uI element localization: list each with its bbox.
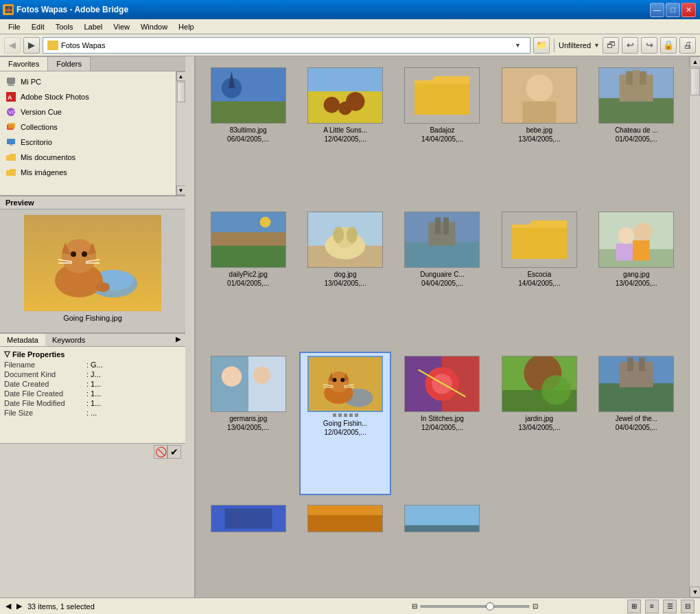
redo-button[interactable]: ↪ — [641, 37, 657, 54]
tab-favorites[interactable]: Favorites — [0, 56, 48, 71]
datefilecreated-value: : 1... — [86, 389, 181, 398]
metadata-doctype-row: Document Kind : J... — [0, 369, 185, 379]
thumb-bebe[interactable]: bebe.jpg 13/04/2005,... — [493, 63, 585, 202]
menu-help[interactable]: Help — [173, 21, 200, 32]
thumb-label-dog: dog.jpg 13/04/2005,... — [325, 270, 366, 288]
detail-view-button[interactable]: ☰ — [663, 600, 677, 613]
thumb-partial1[interactable] — [202, 501, 294, 591]
left-scroll-track — [176, 81, 186, 185]
slider-track[interactable] — [420, 605, 530, 608]
preview-content: Going Fishing.jpg — [0, 209, 185, 328]
svg-rect-8 — [8, 123, 15, 128]
thumb-dailypic2[interactable]: dailyPic2.jpg 01/04/2005,... — [202, 207, 294, 346]
address-text[interactable]: Fotos Wapas — [61, 41, 512, 49]
browse-button[interactable]: 📁 — [533, 37, 550, 54]
svg-point-60 — [618, 227, 635, 244]
datefilecreated-label: Date File Created — [4, 389, 86, 398]
menu-tools[interactable]: Tools — [50, 21, 79, 32]
menu-window[interactable]: Window — [135, 21, 173, 32]
svg-point-46 — [259, 217, 270, 228]
svg-rect-40 — [627, 71, 633, 85]
metadata-panel: Metadata Keywords ▶ ▽ File Properties Fi… — [0, 332, 185, 460]
thumb-escocia[interactable]: Escocia 14/04/2005,... — [493, 207, 585, 346]
thumb-partial2[interactable] — [299, 501, 390, 591]
minimize-button[interactable]: — — [650, 3, 664, 17]
folder-icon — [47, 41, 58, 50]
left-scroll-thumb[interactable] — [177, 82, 185, 102]
menu-edit[interactable]: Edit — [26, 21, 50, 32]
file-properties-header[interactable]: ▽ File Properties — [0, 348, 185, 360]
svg-point-18 — [71, 251, 76, 257]
svg-point-67 — [221, 366, 241, 386]
scroll-thumb[interactable] — [690, 68, 700, 95]
metadata-datecreated-row: Date Created : 1... — [0, 379, 185, 389]
thumb-badajoz[interactable]: Badajoz 14/04/2005,... — [397, 63, 488, 202]
left-scroll-up[interactable]: ▲ — [176, 71, 186, 81]
undo-button[interactable]: ↩ — [622, 37, 638, 54]
thumb-gang[interactable]: gang.jpg 13/04/2005,... — [591, 207, 682, 346]
svg-point-35 — [526, 75, 552, 102]
menu-view[interactable]: View — [108, 21, 135, 32]
thumb-img-escocia — [502, 212, 577, 268]
thumb-germans[interactable]: germans.jpg 13/04/2005,... — [202, 352, 294, 495]
thumb-goingfishing[interactable]: Going Fishin... 12/04/2005,... — [299, 352, 390, 495]
window-title: Fotos Wapas - Adobe Bridge — [16, 5, 128, 14]
thumb-jewel[interactable]: Jewel of the... 04/04/2005,... — [591, 352, 682, 495]
back-button[interactable]: ◀ — [4, 37, 21, 54]
svg-rect-41 — [640, 71, 646, 85]
fav-item-misdoc[interactable]: Mis documentos — [0, 150, 176, 165]
thumb-img-jewel — [598, 356, 674, 412]
print-button[interactable]: 🖨 — [679, 37, 696, 54]
fav-item-mipc[interactable]: Mi PC — [0, 74, 176, 89]
thumb-partial3[interactable] — [397, 501, 488, 591]
forward-button[interactable]: ▶ — [23, 37, 40, 54]
thumb-dog[interactable]: dog.jpg 13/04/2005,... — [299, 207, 390, 346]
thumb-dunguaire[interactable]: Dunguaire C... 04/04/2005,... — [397, 207, 488, 346]
thumb-label-bebe: bebe.jpg 13/04/2005,... — [518, 126, 560, 144]
thumb-83ultimo[interactable]: 83ultimo.jpg 06/04/2005,... — [202, 63, 294, 202]
svg-rect-99 — [405, 505, 479, 525]
fav-item-adobe[interactable]: A Adobe Stock Photos — [0, 89, 176, 104]
fav-item-misimg[interactable]: Mis imágenes — [0, 165, 176, 180]
scroll-down-button[interactable]: ▼ — [690, 587, 700, 598]
grid-view-button[interactable]: ⊞ — [627, 600, 641, 613]
tab-keywords[interactable]: Keywords — [45, 334, 92, 346]
lock-button[interactable]: 🔒 — [660, 37, 677, 54]
scroll-up-button[interactable]: ▲ — [690, 56, 700, 67]
list-view-button[interactable]: ≡ — [645, 600, 659, 613]
left-scroll-down[interactable]: ▼ — [176, 185, 186, 195]
tab-folders[interactable]: Folders — [48, 56, 91, 71]
tab-metadata[interactable]: Metadata — [0, 334, 45, 346]
nav-forward-icon[interactable]: ▶ — [16, 602, 22, 611]
metadata-reject-button[interactable]: 🚫 — [154, 445, 167, 459]
nav-back-icon[interactable]: ◀ — [5, 602, 11, 611]
thumb-img-germans — [211, 356, 286, 412]
svg-point-19 — [82, 251, 87, 257]
fav-item-versioncue[interactable]: VC Version Cue — [0, 104, 176, 120]
fav-item-escritorio[interactable]: Escritorio — [0, 135, 176, 150]
slider-thumb[interactable] — [486, 602, 494, 611]
filter-dropdown-icon[interactable]: ▼ — [594, 42, 600, 49]
svg-rect-45 — [211, 246, 285, 267]
menu-file[interactable]: File — [3, 21, 26, 32]
svg-point-52 — [347, 227, 358, 243]
address-dropdown-icon[interactable]: ▼ — [515, 42, 526, 49]
svg-point-51 — [333, 227, 344, 243]
toolbar-separator — [554, 38, 555, 52]
thumb-jardin[interactable]: jardin.jpg 13/04/2005,... — [493, 352, 585, 495]
versioncue-icon: VC — [5, 106, 16, 117]
metadata-expand-button[interactable]: ▶ — [172, 334, 185, 346]
svg-text:VC: VC — [8, 109, 16, 115]
thumb-institches[interactable]: In Stitches.jpg 12/04/2005,... — [397, 352, 488, 495]
fav-item-collections[interactable]: Collections — [0, 120, 176, 135]
svg-rect-98 — [308, 515, 382, 532]
thumb-chateau[interactable]: Chateau de ... 01/04/2005,... — [591, 63, 682, 202]
new-window-button[interactable]: 🗗 — [603, 37, 619, 54]
svg-rect-9 — [7, 139, 15, 144]
menu-label[interactable]: Label — [78, 21, 108, 32]
close-button[interactable]: ✕ — [681, 3, 696, 17]
maximize-button[interactable]: □ — [666, 3, 680, 17]
metadata-apply-button[interactable]: ✔ — [167, 445, 181, 459]
thumb-sunflowers[interactable]: A Little Suns... 12/04/2005,... — [299, 63, 390, 202]
filmstrip-view-button[interactable]: ⊟ — [681, 600, 695, 613]
